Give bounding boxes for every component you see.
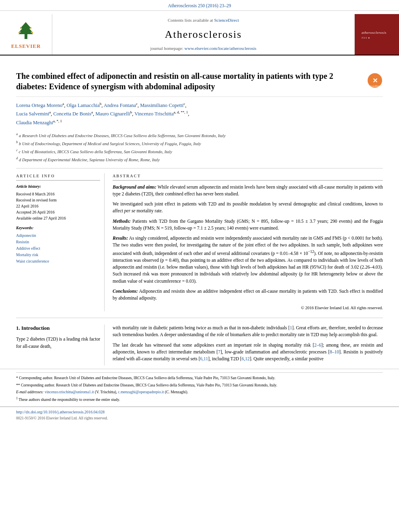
author-5: Lucia Salvemini — [16, 111, 49, 117]
author-2: Olga Lamacchia — [66, 103, 99, 108]
affiliations-section: a a Research Unit of Diabetes and Endocr… — [16, 129, 383, 168]
svg-text:CrossMark: CrossMark — [370, 85, 380, 87]
email-trischitta[interactable]: vincenzo.trischitta@uniroma1.it — [45, 390, 94, 394]
abstract-para-conclusions: Conclusions: Adiponectin and resistin sh… — [113, 288, 383, 302]
keyword-2: Resistin — [16, 239, 100, 245]
ref-2-6[interactable]: 2–6 — [314, 343, 321, 347]
keyword-3: Additive effect — [16, 245, 100, 252]
copyright-text: © 2016 Elsevier Ireland Ltd. All rights … — [113, 305, 383, 311]
svg-point-7 — [31, 32, 33, 33]
elsevier-tree-icon — [13, 19, 39, 41]
footnote-emails: E-mail addresses: vincenzo.trischitta@un… — [16, 389, 383, 395]
available-date: Available online 27 April 2016 — [16, 215, 100, 221]
keyword-1: Adiponectin — [16, 232, 100, 239]
svg-point-6 — [19, 32, 20, 33]
journal-reference-bar: Atherosclerosis 250 (2016) 23–29 — [0, 0, 399, 11]
authors-section: Lorena Ortega Morenoa, Olga Lamacchiab, … — [16, 97, 383, 129]
article-history-heading: Article history: — [16, 184, 100, 189]
journal-reference-text: Atherosclerosis 250 (2016) 23–29 — [168, 3, 231, 8]
journal-title-section: Contents lists available at ScienceDirec… — [52, 14, 355, 55]
homepage-line: journal homepage: www.elsevier.com/locat… — [150, 45, 257, 51]
article-title: The combined effect of adiponectin and r… — [16, 71, 354, 92]
abstract-para-investigation: We investigated such joint effect in pat… — [113, 201, 383, 215]
sciencedirect-link[interactable]: ScienceDirect — [214, 18, 239, 23]
footnote-star: * Corresponding author. Research Unit of… — [16, 375, 383, 381]
revised-label: Received in revised form — [16, 197, 100, 203]
doi-link[interactable]: http://dx.doi.org/10.1016/j.atherosclero… — [16, 409, 383, 415]
accepted-date: Accepted 26 April 2016 — [16, 209, 100, 215]
author-7: Mauro Cignarelli — [95, 111, 130, 117]
article-info-heading: ARTICLE INFO — [16, 173, 100, 181]
ref-7[interactable]: 7 — [218, 349, 220, 354]
keywords-heading: Keywords: — [16, 225, 100, 231]
ref-1[interactable]: 1 — [290, 325, 292, 330]
methods-label: Methods: — [113, 219, 131, 224]
elsevier-wordmark: ELSEVIER — [11, 43, 41, 50]
svg-point-5 — [30, 27, 31, 29]
email-menzaghi[interactable]: c.menzaghi@operapadrepio.it — [118, 390, 164, 394]
info-abstract-columns: ARTICLE INFO Article history: Received 8… — [16, 168, 383, 311]
journal-logo-right: atherosclerosis FAS ● — [355, 14, 399, 55]
ref-6-12[interactable]: 6,12 — [242, 356, 250, 361]
author-1: Lorena Ortega Moreno — [16, 103, 62, 108]
intro-right-column: with mortality rate in diabetic patients… — [113, 325, 383, 366]
author-8: Vincenzo Trischitta — [134, 111, 174, 117]
abstract-heading: ABSTRACT — [113, 173, 383, 181]
footnote-shared-responsibility: 1 These authors shared the responsibilit… — [16, 396, 383, 403]
author-6: Concetta De Bonis — [53, 111, 91, 117]
svg-text:atherosclerosis: atherosclerosis — [362, 31, 387, 35]
bottom-bar: http://dx.doi.org/10.1016/j.atherosclero… — [0, 407, 399, 423]
ref-8-10[interactable]: 8–10 — [330, 349, 339, 354]
homepage-url[interactable]: www.elsevier.com/locate/atherosclerosis — [185, 46, 257, 51]
abstract-para-results: Results: As singly considered, adiponect… — [113, 235, 383, 285]
svg-rect-0 — [25, 34, 27, 39]
revised-date: 22 April 2016 — [16, 203, 100, 209]
section-divider — [16, 318, 383, 318]
results-text: As singly considered, adiponectin and re… — [113, 236, 383, 283]
keywords-list: Adiponectin Resistin Additive effect Mor… — [16, 232, 100, 265]
results-label: Results: — [113, 236, 128, 240]
journal-header: ELSEVIER Contents lists available at Sci… — [0, 11, 399, 55]
received-date: Received 8 March 2016 — [16, 191, 100, 197]
journal-logo-icon: atherosclerosis FAS ● — [361, 27, 393, 43]
affiliation-1: a a Research Unit of Diabetes and Endocr… — [16, 131, 383, 139]
methods-text: Patients with T2D from the Gargano Morta… — [113, 219, 383, 230]
affiliation-4: d d Department of Experimental Medicine,… — [16, 156, 383, 163]
intro-para-1: with mortality rate in diabetic patients… — [113, 325, 383, 339]
article-history-dates: Received 8 March 2016 Received in revise… — [16, 191, 100, 221]
crossmark-icon[interactable]: ✕ CrossMark — [367, 72, 383, 88]
introduction-section: 1. Introduction Type 2 diabetes (T2D) is… — [0, 325, 399, 366]
affiliation-3: c c Unit of Biostatistics, IRCCS Casa So… — [16, 148, 383, 155]
contents-line: Contents lists available at ScienceDirec… — [168, 17, 239, 23]
footnotes-section: * Corresponding author. Research Unit of… — [0, 369, 399, 403]
conclusions-text: Adiponectin and resistin show an additiv… — [113, 289, 383, 300]
conclusions-label: Conclusions: — [113, 289, 138, 294]
intro-left-column: 1. Introduction Type 2 diabetes (T2D) is… — [16, 325, 105, 366]
intro-para-2: The last decade has witnessed that some … — [113, 342, 383, 363]
author-4: Massimiliano Copetti — [140, 103, 183, 108]
intro-first-sentence: Type 2 diabetes (T2D) is a leading risk … — [16, 337, 100, 348]
footnotes-divider — [16, 372, 383, 373]
keyword-5: Waist circumference — [16, 258, 100, 265]
author-3: Andrea Fontana — [104, 103, 136, 108]
article-info-column: ARTICLE INFO Article history: Received 8… — [16, 173, 105, 311]
footnote-doublestar: ** Corresponding author. Research Unit o… — [16, 382, 383, 388]
intro-right-text: with mortality rate in diabetic patients… — [113, 325, 383, 362]
journal-brand-logo: atherosclerosis FAS ● — [359, 21, 395, 47]
intro-section-heading: 1. Introduction — [16, 325, 100, 332]
journal-title: Atherosclerosis — [165, 27, 242, 42]
intro-left-text: Type 2 diabetes (T2D) is a leading risk … — [16, 336, 100, 350]
svg-text:✕: ✕ — [372, 77, 378, 84]
abstract-para-background: Background and aims: While elevated seru… — [113, 184, 383, 198]
abstract-text: Background and aims: While elevated seru… — [113, 184, 383, 311]
abstract-column: ABSTRACT Background and aims: While elev… — [113, 173, 383, 311]
main-content: The combined effect of adiponectin and r… — [0, 55, 399, 311]
background-label: Background and aims: — [113, 185, 156, 189]
article-title-section: The combined effect of adiponectin and r… — [16, 64, 383, 97]
elsevier-logo: ELSEVIER — [11, 19, 41, 50]
contents-prefix: Contents lists available at — [168, 18, 214, 23]
svg-point-4 — [20, 27, 22, 29]
affiliation-2: b b Unit of Endocrinology, Department of… — [16, 140, 383, 147]
ref-6-11[interactable]: 6,11 — [200, 356, 208, 361]
svg-text:FAS ●: FAS ● — [362, 36, 370, 39]
